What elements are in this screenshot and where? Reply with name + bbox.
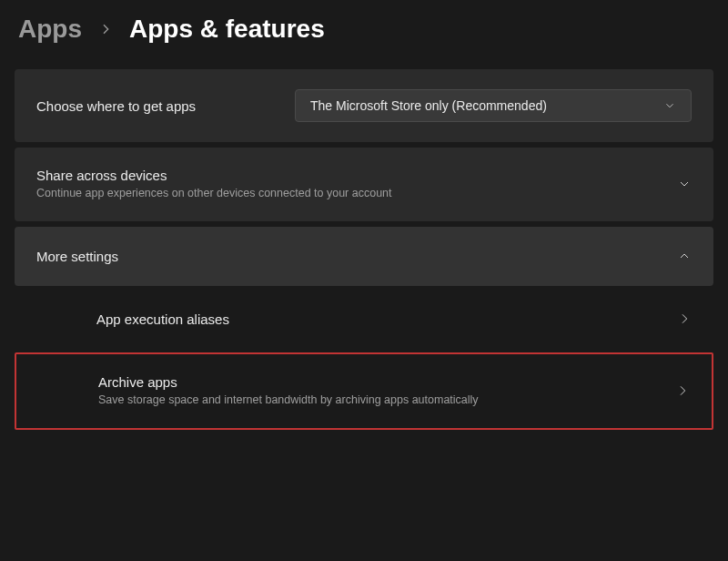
chevron-down-icon bbox=[677, 177, 692, 191]
breadcrumb: Apps Apps & features bbox=[15, 15, 713, 44]
choose-apps-select[interactable]: The Microsoft Store only (Recommended) bbox=[295, 89, 692, 122]
choose-apps-card: Choose where to get apps The Microsoft S… bbox=[15, 69, 713, 142]
more-settings-card[interactable]: More settings bbox=[15, 227, 713, 286]
share-devices-card[interactable]: Share across devices Continue app experi… bbox=[15, 148, 713, 221]
chevron-right-icon bbox=[675, 383, 690, 398]
app-execution-aliases-row[interactable]: App execution aliases bbox=[15, 291, 713, 347]
app-execution-aliases-title: App execution aliases bbox=[96, 311, 229, 327]
page-title: Apps & features bbox=[129, 15, 325, 44]
chevron-right-icon bbox=[98, 22, 113, 36]
more-settings-subitems: App execution aliases Archive apps Save … bbox=[15, 291, 713, 430]
archive-apps-row[interactable]: Archive apps Save storage space and inte… bbox=[15, 352, 713, 430]
more-settings-title: More settings bbox=[36, 249, 118, 264]
chevron-up-icon bbox=[677, 249, 692, 263]
choose-apps-selected: The Microsoft Store only (Recommended) bbox=[310, 98, 547, 113]
share-devices-subtitle: Continue app experiences on other device… bbox=[36, 186, 392, 201]
share-devices-title: Share across devices bbox=[36, 168, 392, 183]
choose-apps-label: Choose where to get apps bbox=[36, 98, 196, 114]
archive-apps-subtitle: Save storage space and internet bandwidt… bbox=[98, 393, 479, 408]
chevron-right-icon bbox=[677, 311, 692, 326]
breadcrumb-parent[interactable]: Apps bbox=[18, 15, 82, 44]
chevron-down-icon bbox=[663, 99, 676, 112]
archive-apps-title: Archive apps bbox=[98, 374, 479, 390]
